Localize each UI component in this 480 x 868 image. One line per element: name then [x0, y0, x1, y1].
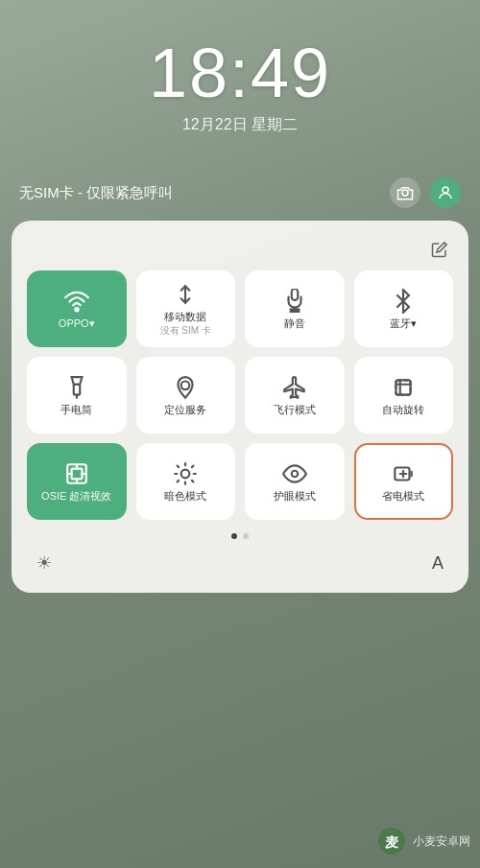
- tile-battery-saver-label: 省电模式: [382, 490, 424, 503]
- tile-bluetooth[interactable]: 蓝牙▾: [354, 270, 454, 347]
- tile-osie[interactable]: OSIE 超清视效: [27, 443, 127, 520]
- sim-status: 无SIM卡 - 仅限紧急呼叫: [19, 184, 173, 202]
- svg-line-19: [192, 481, 194, 482]
- tile-eye-care[interactable]: 护眼模式: [245, 443, 345, 520]
- edit-button[interactable]: [426, 236, 453, 263]
- tile-auto-rotate-label: 自动旋转: [382, 404, 424, 416]
- font-size-button[interactable]: A: [432, 553, 444, 574]
- tile-mobile-data-label: 移动数据: [164, 311, 206, 323]
- tile-battery-saver[interactable]: 省电模式: [354, 443, 454, 520]
- svg-point-6: [181, 382, 190, 390]
- svg-point-15: [181, 470, 190, 479]
- watermark: 麦 小麦安卓网: [376, 826, 470, 856]
- tile-wifi-label: OPPO▾: [59, 317, 95, 330]
- camera-button[interactable]: [390, 177, 420, 208]
- dot-1[interactable]: [231, 533, 237, 539]
- svg-rect-7: [396, 381, 411, 395]
- svg-point-24: [292, 471, 299, 478]
- brightness-icon[interactable]: ☀: [36, 552, 52, 574]
- svg-line-18: [178, 466, 180, 468]
- user-button[interactable]: [430, 177, 461, 208]
- svg-rect-8: [396, 381, 411, 395]
- tile-flashlight-label: 手电筒: [60, 404, 92, 416]
- watermark-logo: 麦: [376, 826, 407, 856]
- tiles-grid: OPPO▾ 移动数据 没有 SIM 卡 静音 蓝牙▾: [27, 270, 453, 520]
- svg-point-2: [75, 308, 78, 311]
- dot-2[interactable]: [243, 533, 249, 539]
- svg-line-22: [178, 481, 180, 482]
- tile-dark-mode[interactable]: 暗色模式: [136, 443, 236, 520]
- time-display: 18:49: [0, 38, 480, 107]
- tile-wifi[interactable]: OPPO▾: [27, 270, 127, 347]
- control-panel: OPPO▾ 移动数据 没有 SIM 卡 静音 蓝牙▾: [12, 221, 468, 593]
- tile-eye-care-label: 护眼模式: [274, 490, 316, 503]
- page-dots: [27, 533, 453, 539]
- date-display: 12月22日 星期二: [0, 115, 480, 135]
- tile-auto-rotate[interactable]: 自动旋转: [354, 357, 454, 434]
- bottom-bar: ☀ A: [27, 552, 453, 574]
- tile-mobile-data-sublabel: 没有 SIM 卡: [160, 324, 211, 338]
- svg-point-0: [402, 190, 408, 196]
- svg-line-23: [192, 466, 194, 468]
- tile-airplane-label: 飞行模式: [274, 404, 316, 416]
- tile-flashlight[interactable]: 手电筒: [27, 357, 127, 434]
- status-time: 18:49 12月22日 星期二: [0, 38, 480, 135]
- svg-rect-10: [71, 469, 82, 480]
- tile-dark-mode-label: 暗色模式: [164, 490, 206, 503]
- svg-text:麦: 麦: [385, 834, 399, 850]
- tile-osie-label: OSIE 超清视效: [41, 490, 111, 503]
- svg-point-1: [443, 187, 448, 193]
- tile-bluetooth-label: 蓝牙▾: [390, 317, 417, 330]
- tile-location[interactable]: 定位服务: [136, 357, 236, 434]
- watermark-text: 小麦安卓网: [413, 833, 470, 850]
- tile-mobile-data[interactable]: 移动数据 没有 SIM 卡: [136, 270, 236, 347]
- top-bar: 无SIM卡 - 仅限紧急呼叫: [19, 177, 461, 208]
- top-icons: [390, 177, 461, 208]
- svg-rect-4: [74, 385, 81, 395]
- panel-edit-row: [27, 236, 453, 263]
- tile-location-label: 定位服务: [164, 404, 206, 416]
- tile-silent-label: 静音: [284, 317, 305, 330]
- tile-airplane[interactable]: 飞行模式: [245, 357, 345, 434]
- tile-silent[interactable]: 静音: [245, 270, 345, 347]
